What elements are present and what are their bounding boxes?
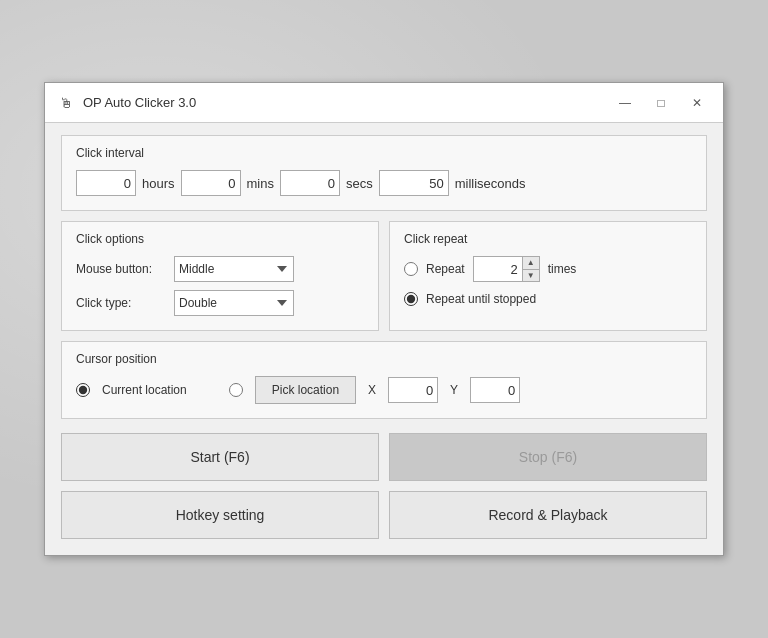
pick-location-radio[interactable] — [229, 383, 243, 397]
y-input[interactable] — [470, 377, 520, 403]
current-location-radio[interactable] — [76, 383, 90, 397]
click-type-row: Click type: Single Double — [76, 290, 364, 316]
mouse-button-row: Mouse button: Left Middle Right — [76, 256, 364, 282]
options-repeat-row: Click options Mouse button: Left Middle … — [61, 221, 707, 331]
times-label: times — [548, 262, 577, 276]
click-interval-title: Click interval — [76, 146, 692, 160]
click-interval-panel: Click interval hours mins secs milliseco… — [61, 135, 707, 211]
record-playback-button[interactable]: Record & Playback — [389, 491, 707, 539]
spinner-up-button[interactable]: ▲ — [523, 257, 539, 270]
cursor-position-panel: Cursor position Current location Pick lo… — [61, 341, 707, 419]
repeat-radio[interactable] — [404, 262, 418, 276]
mouse-button-select[interactable]: Left Middle Right — [174, 256, 294, 282]
x-input[interactable] — [388, 377, 438, 403]
repeat-label: Repeat — [426, 262, 465, 276]
mouse-button-label: Mouse button: — [76, 262, 166, 276]
hours-label: hours — [142, 176, 175, 191]
click-repeat-panel: Click repeat Repeat ▲ ▼ times Re — [389, 221, 707, 331]
main-window: 🖱 OP Auto Clicker 3.0 — □ ✕ Click interv… — [44, 82, 724, 556]
click-options-panel: Click options Mouse button: Left Middle … — [61, 221, 379, 331]
spinner-buttons: ▲ ▼ — [523, 256, 540, 282]
click-type-select[interactable]: Single Double — [174, 290, 294, 316]
window-controls: — □ ✕ — [611, 92, 711, 114]
hours-input[interactable] — [76, 170, 136, 196]
maximize-button[interactable]: □ — [647, 92, 675, 114]
app-icon: 🖱 — [57, 94, 75, 112]
secs-input[interactable] — [280, 170, 340, 196]
mins-input[interactable] — [181, 170, 241, 196]
action-buttons: Start (F6) Stop (F6) Hotkey setting Reco… — [61, 433, 707, 539]
cursor-position-title: Cursor position — [76, 352, 692, 366]
window-body: Click interval hours mins secs milliseco… — [45, 123, 723, 555]
repeat-times-wrapper: ▲ ▼ — [473, 256, 540, 282]
repeat-until-stopped-radio[interactable] — [404, 292, 418, 306]
cursor-row: Current location Pick location X Y — [76, 376, 692, 404]
repeat-until-stopped-label: Repeat until stopped — [426, 292, 536, 306]
pick-location-button[interactable]: Pick location — [255, 376, 356, 404]
click-type-label: Click type: — [76, 296, 166, 310]
x-label: X — [368, 383, 376, 397]
repeat-row: Repeat ▲ ▼ times — [404, 256, 692, 282]
mins-label: mins — [247, 176, 274, 191]
ms-label: milliseconds — [455, 176, 526, 191]
close-button[interactable]: ✕ — [683, 92, 711, 114]
y-label: Y — [450, 383, 458, 397]
title-bar: 🖱 OP Auto Clicker 3.0 — □ ✕ — [45, 83, 723, 123]
repeat-until-stopped-row: Repeat until stopped — [404, 292, 692, 306]
spinner-down-button[interactable]: ▼ — [523, 270, 539, 282]
ms-input[interactable] — [379, 170, 449, 196]
title-bar-left: 🖱 OP Auto Clicker 3.0 — [57, 94, 196, 112]
secs-label: secs — [346, 176, 373, 191]
current-location-label: Current location — [102, 383, 187, 397]
minimize-button[interactable]: — — [611, 92, 639, 114]
window-title: OP Auto Clicker 3.0 — [83, 95, 196, 110]
start-button[interactable]: Start (F6) — [61, 433, 379, 481]
interval-row: hours mins secs milliseconds — [76, 170, 692, 196]
stop-button: Stop (F6) — [389, 433, 707, 481]
repeat-times-input[interactable] — [473, 256, 523, 282]
hotkey-button[interactable]: Hotkey setting — [61, 491, 379, 539]
click-options-title: Click options — [76, 232, 364, 246]
click-repeat-title: Click repeat — [404, 232, 692, 246]
